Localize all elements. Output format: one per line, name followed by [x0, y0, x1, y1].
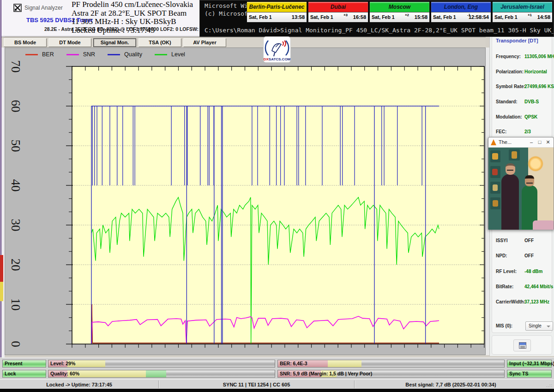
signal-chart-panel: 010203040506070 BER SNR Quality Level	[5, 48, 486, 355]
report-button[interactable]	[513, 339, 531, 351]
meter-quality: Quality: 60%	[48, 370, 275, 378]
person-right-head	[525, 175, 534, 186]
clock-offset: +2	[405, 13, 409, 17]
video-player-window[interactable]: The... – □ ✕	[488, 137, 554, 230]
clock-dubai: Dubai Sat, Feb 1 +3 16:58	[308, 1, 368, 23]
legend-item-level: Level	[155, 51, 185, 58]
issyi-row: ISSYI OFF	[496, 238, 550, 243]
av-player-button[interactable]: AV Player	[183, 38, 226, 47]
svg-text:10: 10	[9, 298, 23, 311]
svg-text:DXSATCS.COM: DXSATCS.COM	[264, 57, 290, 61]
clock-city: Berlin-Paris-Lučenec	[247, 2, 307, 12]
row-label: Polarization:	[496, 69, 524, 74]
minimize-button[interactable]: –	[528, 139, 535, 146]
dt-mode-button[interactable]: DT Mode	[48, 38, 91, 47]
shelf-ornament	[493, 200, 498, 207]
row-label: FEC:	[496, 129, 506, 134]
shelf-ornament	[492, 153, 498, 160]
polarization-row: Polarization: Horizontal	[496, 69, 550, 74]
indicator-sync-ts: Sync TS	[507, 370, 552, 378]
row-value: OFF	[524, 238, 534, 243]
legend-label: Quality	[124, 51, 142, 58]
caption-line: PF Prodelin 450 cm/Lučenec-Slovakia	[72, 0, 206, 9]
clock-time: 13:58	[292, 14, 305, 20]
svg-text:30: 30	[9, 219, 23, 232]
window-title: Signal Analyzer	[24, 5, 63, 11]
legend-label: BER	[42, 51, 54, 58]
quality-line-swatch	[108, 54, 120, 55]
person-left	[501, 174, 519, 230]
clock-date: Sat, Feb 1	[310, 14, 333, 20]
transponder-title: Transponder [DT]	[496, 38, 538, 43]
chart-legend: BER SNR Quality Level	[25, 51, 198, 58]
mis-selected-value: Single	[529, 323, 542, 328]
svg-text:20: 20	[9, 259, 23, 271]
fec-row: FEC: 2/3	[496, 129, 550, 134]
video-titlebar: The... – □ ✕	[488, 137, 554, 148]
close-button[interactable]: ✕	[544, 139, 552, 146]
signal-chart: 010203040506070	[5, 48, 485, 355]
row-label: Symbol Rate:	[496, 84, 525, 89]
svg-text:40: 40	[9, 179, 23, 192]
background-red-sliver	[0, 255, 3, 282]
meter-label: Quality: 60%	[50, 371, 79, 376]
svg-text:60: 60	[9, 100, 23, 113]
clock-berlin: Berlin-Paris-Lučenec Sat, Feb 1 13:58	[247, 1, 307, 23]
cmd-prompt-line: C:\Users\Roman Dávid>Signal Monitoring_P…	[205, 27, 554, 34]
row-label: ISSYI	[496, 238, 508, 243]
ber-line-swatch	[25, 54, 38, 55]
cmd-output-line: (c) Microsoft	[205, 10, 252, 17]
resize-grip[interactable]: ..::	[546, 383, 553, 388]
row-label: CarrierWidth:	[496, 299, 525, 304]
row-value: 11305,006 MHz	[524, 54, 554, 59]
mis-label: MIS (0):	[496, 323, 512, 328]
clock-offset: +3	[343, 13, 348, 17]
tsa-button[interactable]: TSA (OK)	[138, 38, 181, 47]
monitoring-caption: PF Prodelin 450 cm/Lučenec-Slovakia Astr…	[72, 0, 206, 35]
shelf-ornament	[493, 184, 498, 191]
row-value: -48 dBm	[524, 269, 542, 274]
legend-label: SNR	[83, 51, 95, 58]
bitrate-row: BitRate: 42,464 Mbit/s	[496, 284, 550, 289]
caption-line: Astra 2F at 28.2°E_UK SPOT Beam	[72, 9, 206, 18]
mode-toolbar: BS Mode DT Mode Signal Mon. TSA (OK) AV …	[1, 37, 486, 48]
row-value: QPSK	[524, 114, 537, 119]
window-border-line	[0, 0, 1, 392]
row-label: BitRate:	[496, 284, 513, 289]
mis-dropdown[interactable]: Single	[525, 321, 553, 331]
mis-row: MIS (0): Single	[496, 323, 550, 328]
clock-city: Dubai	[308, 2, 368, 12]
snr-line-swatch	[66, 54, 79, 55]
signal-mon-button[interactable]: Signal Mon.	[93, 38, 136, 47]
rf-level-row: RF Level: -48 dBm	[496, 269, 550, 274]
row-label: RF Level:	[496, 269, 517, 274]
chevron-down-icon	[547, 326, 550, 327]
clock-date: Sat, Feb 1	[372, 14, 395, 20]
background-window-edge	[0, 0, 5, 392]
status-sync-counts: SYNC 11 | TEI 1254 | CC 605	[159, 380, 354, 389]
bs-mode-button[interactable]: BS Mode	[4, 38, 47, 47]
maximize-button[interactable]: □	[536, 139, 543, 146]
couch	[533, 220, 554, 230]
clock-london: London, Eng Sat, Feb 1 -1 12:58:54	[431, 1, 491, 23]
vlc-cone-icon	[491, 139, 496, 145]
row-value: Horizontal	[524, 69, 547, 74]
status-bar: Locked -> Uptime: 73:17:45 SYNC 11 | TEI…	[0, 379, 554, 389]
glasses	[507, 170, 513, 171]
caption-line: 11 305 MHz-H : Sky UK-BSkyB	[72, 18, 206, 26]
caption-line: Locked Uptime : 73:17:45	[72, 26, 206, 35]
video-frame[interactable]	[488, 148, 554, 230]
clock-time: 14:58	[537, 14, 550, 20]
status-uptime: Locked -> Uptime: 73:17:45	[0, 380, 158, 389]
meter-segment	[146, 370, 166, 377]
symbol-rate-row: Symbol Rate: 27499,696 KS/s	[496, 84, 550, 89]
clock-body: Sat, Feb 1 +2 15:58	[370, 12, 429, 22]
meter-segment	[328, 360, 362, 367]
row-value: 42,464 Mbit/s	[524, 284, 553, 289]
meter-bars-area: PresentLevel: 29%BER: 6,4E-3Input (~32,3…	[0, 357, 554, 379]
meter-label: SNR: 5,9 dB (Margin: 1,5 dB | Very Poor)	[280, 371, 372, 376]
indicator-input-mbps-: Input (~32,31 Mbps)	[507, 360, 552, 368]
clock-time: 16:58	[353, 14, 366, 20]
legend-item-ber: BER	[25, 51, 54, 58]
standard-row: Standard: DVB-S	[496, 99, 550, 104]
